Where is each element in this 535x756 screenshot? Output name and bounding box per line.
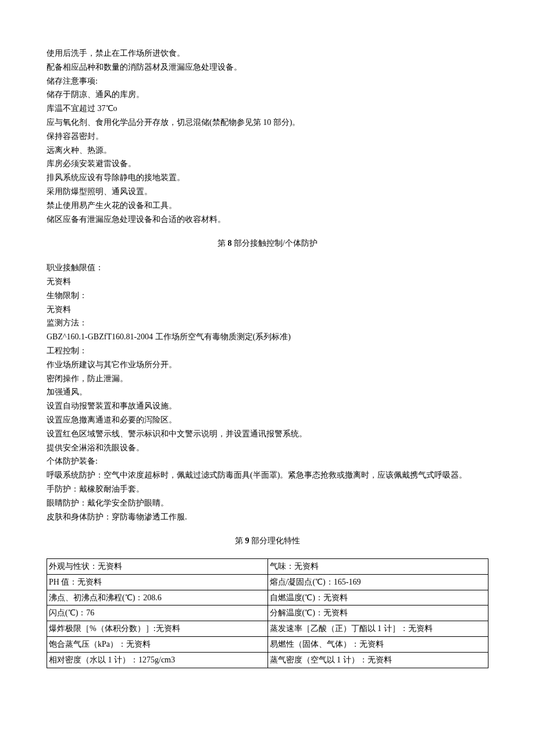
text-line: 设置自动报警装置和事故通风设施。	[47, 399, 488, 413]
text-line: 呼吸系统防护：空气中浓度超标时，佩戴过滤式防毒面具(半面罩)。紧急事态抢救或撤离…	[47, 468, 488, 482]
section7-continued: 使用后洗手，禁止在工作场所进饮食。 配备相应品种和数量的消防器材及泄漏应急处理设…	[47, 46, 488, 226]
table-row: 饱合蒸气压（kPa）：无资料 易燃性（固体、气体）：无资料	[47, 637, 488, 653]
heading-suffix: 部分理化特性	[249, 536, 301, 545]
table-row: 闪点(℃)：76 分解温度(℃)：无资料	[47, 605, 488, 621]
text-line: 使用后洗手，禁止在工作场所进饮食。	[47, 46, 488, 60]
text-line: 应与氧化剂、食用化学品分开存放，切忌混储(禁配物参见第 10 部分)。	[47, 116, 488, 130]
table-cell: 自燃温度(℃)：无资料	[268, 590, 488, 605]
text-line: 库温不宜超过 37℃o	[47, 102, 488, 116]
table-cell: 饱合蒸气压（kPa）：无资料	[47, 637, 268, 653]
table-row: 沸点、初沸点和沸程(℃)：208.6 自燃温度(℃)：无资料	[47, 590, 488, 605]
text-line: 远离火种、热源。	[47, 144, 488, 157]
section8-heading: 第 8 部分接触控制/个体防护	[47, 237, 488, 250]
text-line: 生物限制：	[47, 289, 488, 303]
properties-table: 外观与性状：无资料 气味：无资料 PH 值：无资料 熔点/凝固点(℃)：165-…	[47, 558, 488, 668]
table-row: 爆炸极限［%（体积分数）］:无资料 蒸发速率［乙酸（正）丁酯以 1 计］：无资料	[47, 621, 488, 637]
text-line: 储存注意事项:	[47, 74, 488, 88]
section9-heading: 第 9 部分理化特性	[47, 534, 488, 548]
text-line: 无资料	[47, 303, 488, 317]
text-line: 设置应急撤离通道和必要的泻险区。	[47, 413, 488, 427]
table-row: 相对密度（水以 1 计）：1275g/cm3 蒸气密度（空气以 1 计）：无资料	[47, 652, 488, 668]
text-line: 无资料	[47, 275, 488, 289]
text-line: 储区应备有泄漏应急处理设备和合适的收容材料。	[47, 213, 488, 227]
text-line: 手防护：戴橡胶耐油手套。	[47, 482, 488, 496]
text-line: 保持容器密封。	[47, 130, 488, 144]
heading-number: 8	[228, 239, 232, 248]
table-row: 外观与性状：无资料 气味：无资料	[47, 559, 488, 575]
table-cell: 沸点、初沸点和沸程(℃)：208.6	[47, 590, 268, 605]
table-cell: 蒸气密度（空气以 1 计）：无资料	[268, 652, 488, 668]
text-line: 采用防爆型照明、通风设置。	[47, 185, 488, 199]
table-row: PH 值：无资料 熔点/凝固点(℃)：165-169	[47, 574, 488, 590]
text-line: 提供安全淋浴和洗眼设备。	[47, 441, 488, 455]
heading-number: 9	[245, 536, 249, 545]
text-line: 职业接触限值：	[47, 261, 488, 275]
heading-suffix: 部分接触控制/个体防护	[232, 239, 318, 248]
text-line: 储存于阴凉、通风的库房。	[47, 88, 488, 102]
table-cell: PH 值：无资料	[47, 574, 268, 590]
text-line: 眼睛防护：戴化学安全防护眼睛。	[47, 496, 488, 510]
text-line: 配备相应品种和数量的消防器材及泄漏应急处理设备。	[47, 60, 488, 74]
text-line: 加强通风。	[47, 385, 488, 399]
text-line: 监测方法：	[47, 316, 488, 330]
heading-prefix: 第	[235, 536, 245, 545]
table-cell: 爆炸极限［%（体积分数）］:无资料	[47, 621, 268, 637]
text-line: 皮肤和身体防护：穿防毒物渗透工作服.	[47, 510, 488, 524]
text-line: 密闭操作，防止泄漏。	[47, 372, 488, 386]
table-cell: 相对密度（水以 1 计）：1275g/cm3	[47, 652, 268, 668]
heading-prefix: 第	[217, 239, 228, 248]
table-cell: 分解温度(℃)：无资料	[268, 605, 488, 621]
text-line: 排风系统应设有导除静电的接地装置。	[47, 171, 488, 185]
text-line: 设置红色区域警示线、警示标识和中文警示说明，并设置通讯报警系统。	[47, 427, 488, 441]
table-cell: 蒸发速率［乙酸（正）丁酯以 1 计］：无资料	[268, 621, 488, 637]
text-line: 工程控制：	[47, 344, 488, 358]
text-line: 库房必须安装避雷设备。	[47, 157, 488, 171]
table-cell: 闪点(℃)：76	[47, 605, 268, 621]
text-line: GBZ^160.1-GBZfT160.81-2004 工作场所空气有毒物质测定(…	[47, 330, 488, 344]
section8-body: 职业接触限值： 无资料 生物限制： 无资料 监测方法： GBZ^160.1-GB…	[47, 261, 488, 524]
table-cell: 熔点/凝固点(℃)：165-169	[268, 574, 488, 590]
table-cell: 气味：无资料	[268, 559, 488, 575]
table-cell: 外观与性状：无资料	[47, 559, 268, 575]
text-line: 个体防护装备:	[47, 454, 488, 468]
text-line: 作业场所建议与其它作业场所分开。	[47, 358, 488, 372]
text-line: 禁止使用易产生火花的设备和工具。	[47, 199, 488, 213]
table-cell: 易燃性（固体、气体）：无资料	[268, 637, 488, 653]
